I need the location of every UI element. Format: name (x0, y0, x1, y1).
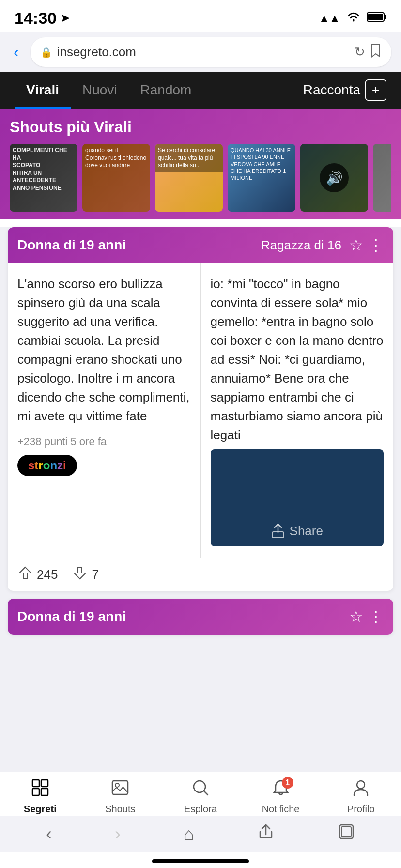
browser-refresh-button[interactable]: ↻ (355, 45, 365, 60)
thumb-text-4: QUANDO HAI 30 ANNI E TI SPOSI LA 90 ENNE… (228, 144, 295, 184)
svg-rect-13 (341, 827, 351, 837)
wifi-icon (346, 11, 361, 26)
app-nav-tabs: Virali Nuovi Random Racconta + (0, 72, 401, 108)
post-tag-wrapper-1: stronzi (17, 455, 191, 476)
ios-share-button[interactable] (257, 823, 275, 845)
viral-thumb-6[interactable]: 🧑 (373, 144, 391, 212)
status-bar: 14:30 ➤ ▲▲ (0, 0, 401, 32)
svg-rect-5 (41, 780, 48, 787)
search-icon (192, 779, 209, 801)
post-body-right-1: io: *mi "tocco" in bagno convinta di ess… (201, 263, 394, 558)
post-card-2: Donna di 19 anni ☆ ⋮ (8, 599, 393, 635)
notification-badge: 1 (272, 779, 290, 801)
time-display: 14:30 (15, 9, 57, 28)
viral-thumb-4[interactable]: QUANDO HAI 30 ANNI E TI SPOSI LA 90 ENNE… (228, 144, 295, 212)
location-arrow-icon: ➤ (61, 12, 69, 25)
post-star-button-1[interactable]: ☆ (349, 236, 363, 254)
tab-nuovi[interactable]: Nuovi (71, 72, 129, 108)
url-text: insegreto.com (57, 45, 350, 60)
nav-item-profilo[interactable]: Profilo (337, 779, 385, 815)
post-header-1: Donna di 19 anni Ragazza di 16 ☆ ⋮ (8, 227, 393, 263)
content-area: Donna di 19 anni Ragazza di 16 ☆ ⋮ L'ann… (0, 227, 401, 797)
post-header-2: Donna di 19 anni ☆ ⋮ (8, 599, 393, 635)
post-text-left-1: L'anno scorso ero bullizza spinsero giù … (17, 275, 191, 426)
profile-icon (352, 779, 370, 801)
status-icons: ▲▲ (319, 11, 386, 26)
image-icon (111, 779, 129, 801)
nav-label-esplora: Esplora (184, 804, 217, 815)
post-tag-pill-1[interactable]: stronzi (17, 455, 77, 476)
upvote-button-1[interactable]: 245 (17, 566, 58, 583)
bottom-nav: Segreti Shouts Esplora (0, 772, 401, 820)
post-body-left-1: L'anno scorso ero bullizza spinsero giù … (8, 263, 201, 558)
post-author-2: Donna di 19 anni (17, 609, 341, 624)
tab-virali[interactable]: Virali (15, 72, 71, 108)
ios-forward-button[interactable]: › (115, 824, 121, 844)
downvote-icon (72, 566, 88, 583)
svg-rect-2 (368, 14, 383, 20)
post-star-button-2[interactable]: ☆ (349, 607, 363, 626)
post-body-split-1: L'anno scorso ero bullizza spinsero giù … (8, 263, 393, 558)
nav-item-shouts[interactable]: Shouts (96, 779, 144, 815)
share-label: Share (290, 524, 323, 539)
ios-home-button[interactable]: ⌂ (184, 824, 194, 844)
viral-thumb-2[interactable]: quando sei il Coronavirus ti chiedono do… (82, 144, 150, 212)
post-category-1: Ragazza di 16 (261, 238, 341, 253)
post-menu-button-2[interactable]: ⋮ (368, 607, 384, 626)
racconta-section: Racconta + (303, 79, 386, 101)
svg-rect-7 (41, 789, 48, 795)
browser-back-button[interactable]: ‹ (10, 43, 23, 61)
racconta-label: Racconta (303, 82, 360, 98)
tab-random[interactable]: Random (129, 72, 203, 108)
grid-icon (31, 779, 49, 801)
lock-icon: 🔒 (40, 46, 52, 58)
viral-thumb-1[interactable]: COMPLIMENTI CHE HASCOPATORITIRA UNANTECE… (10, 144, 77, 212)
video-overlay-1: Share (211, 450, 384, 546)
nav-label-profilo: Profilo (347, 804, 375, 815)
browser-bar: ‹ 🔒 insegreto.com ↻ (0, 32, 401, 72)
ios-back-button[interactable]: ‹ (46, 824, 52, 844)
svg-rect-6 (32, 789, 39, 795)
nav-item-notifiche[interactable]: 1 Notifiche (257, 779, 305, 815)
svg-point-11 (357, 781, 365, 789)
svg-rect-8 (112, 781, 128, 794)
notification-count: 1 (282, 777, 293, 789)
browser-url-bar[interactable]: 🔒 insegreto.com ↻ (31, 37, 391, 67)
status-time: 14:30 ➤ (15, 9, 69, 28)
share-overlay-btn[interactable]: Share (263, 515, 331, 546)
downvote-count-1: 7 (92, 567, 98, 582)
downvote-button-1[interactable]: 7 (72, 566, 98, 583)
thumb-text-2: quando sei il Coronavirus ti chiedono do… (82, 144, 150, 172)
ios-tabs-button[interactable] (338, 823, 355, 845)
post-card-1: Donna di 19 anni Ragazza di 16 ☆ ⋮ L'ann… (8, 227, 393, 591)
post-menu-button-1[interactable]: ⋮ (368, 236, 384, 254)
viral-thumb-3[interactable]: Se cerchi di consolare qualc... tua vita… (155, 144, 223, 212)
post-meta-1: +238 punti 5 ore fa (17, 435, 191, 448)
battery-icon (367, 12, 386, 25)
svg-rect-4 (32, 780, 39, 787)
upvote-count-1: 245 (37, 567, 58, 582)
browser-bookmark-button[interactable] (370, 43, 382, 61)
post-text-right-1: io: *mi "tocco" in bagno convinta di ess… (211, 275, 384, 445)
post-author-1: Donna di 19 anni (17, 237, 261, 253)
racconta-button[interactable]: + (365, 79, 386, 101)
thumb-text-3: Se cerchi di consolare qualc... tua vita… (155, 144, 223, 172)
nav-label-notifiche: Notifiche (262, 804, 300, 815)
viral-title: Shouts più Virali (10, 118, 391, 136)
ios-bottom-bar: ‹ › ⌂ (0, 816, 401, 852)
nav-item-segreti[interactable]: Segreti (16, 779, 64, 815)
post-actions-1: 245 7 (8, 558, 393, 591)
svg-rect-1 (384, 15, 386, 19)
nav-item-esplora[interactable]: Esplora (176, 779, 225, 815)
thumb-text-1: COMPLIMENTI CHE HASCOPATORITIRA UNANTECE… (10, 144, 77, 195)
thumb-sound-overlay: 🔊 (300, 144, 368, 212)
svg-point-9 (115, 783, 119, 787)
sound-button[interactable]: 🔊 (320, 163, 349, 192)
nav-label-shouts: Shouts (105, 804, 135, 815)
viral-thumbnails: COMPLIMENTI CHE HASCOPATORITIRA UNANTECE… (10, 144, 391, 212)
signal-icon: ▲▲ (319, 12, 340, 25)
nav-label-segreti: Segreti (24, 804, 57, 815)
viral-thumb-5[interactable]: 🔊 (300, 144, 368, 212)
viral-section: Shouts più Virali COMPLIMENTI CHE HASCOP… (0, 108, 401, 219)
home-indicator (152, 859, 249, 863)
